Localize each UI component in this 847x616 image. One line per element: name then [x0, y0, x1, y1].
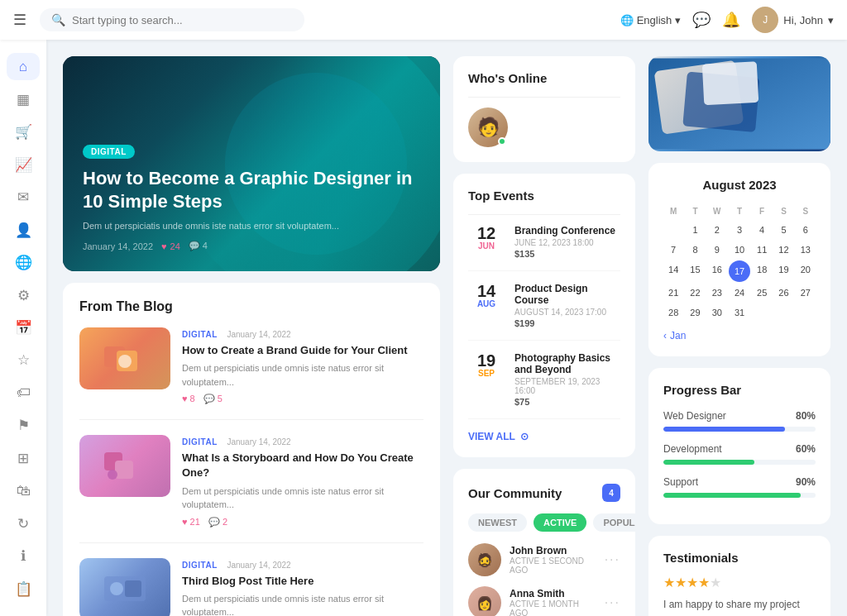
sidebar-item-tag[interactable]: 🏷: [7, 380, 40, 407]
sidebar-item-home[interactable]: ⌂: [7, 53, 40, 80]
cal-day[interactable]: 26: [773, 284, 793, 302]
sidebar-item-settings[interactable]: ⚙: [7, 281, 40, 308]
progress-item-support: Support 90%: [663, 476, 816, 498]
sidebar-item-cart[interactable]: 🛒: [7, 118, 40, 146]
sidebar-item-user[interactable]: 👤: [7, 216, 40, 243]
online-user: 🧑: [468, 107, 620, 147]
progress-label: Development: [663, 443, 722, 455]
cal-day[interactable]: 6: [796, 221, 816, 239]
community-member: 🧔 John Brown ACTIVE 1 SECOND AGO ···: [468, 543, 620, 576]
cal-day[interactable]: 1: [685, 221, 705, 239]
sidebar-item-flag[interactable]: ⚑: [7, 412, 40, 439]
sidebar-item-grid[interactable]: ⊞: [7, 445, 40, 472]
event-name[interactable]: Branding Conference: [514, 225, 620, 236]
blog-title-1[interactable]: How to Create a Brand Guide for Your Cli…: [182, 343, 424, 358]
svg-rect-4: [115, 461, 133, 479]
member-options-button[interactable]: ···: [605, 595, 620, 610]
cal-day[interactable]: 27: [796, 284, 816, 302]
blog-info-2: DIGITAL January 14, 2022 What Is a Story…: [182, 435, 424, 527]
cal-day[interactable]: 16: [707, 260, 727, 282]
cal-day[interactable]: 4: [752, 221, 772, 239]
top-navigation: ☰ 🔍 🌐 English ▾ 💬 🔔 J Hi, John ▾: [0, 0, 847, 40]
sidebar-item-dashboard[interactable]: ▦: [7, 85, 40, 112]
middle-column: Who's Online 🧑 Top Events 12 JUN: [453, 56, 635, 616]
member-options-button[interactable]: ···: [605, 552, 620, 567]
cal-day[interactable]: 8: [685, 241, 705, 259]
cal-day[interactable]: 24: [729, 284, 750, 302]
search-input[interactable]: [72, 14, 293, 26]
sidebar-item-reload[interactable]: ↻: [7, 510, 40, 537]
cal-day[interactable]: 5: [773, 221, 793, 239]
cal-day[interactable]: 7: [663, 241, 683, 259]
cal-day[interactable]: 30: [707, 303, 727, 322]
cal-day[interactable]: 2: [707, 221, 727, 239]
sidebar-item-chart[interactable]: 📈: [7, 150, 40, 178]
cal-day[interactable]: 20: [796, 260, 816, 282]
cal-day[interactable]: 19: [773, 260, 793, 282]
cal-header-wed: W: [707, 203, 727, 219]
svg-point-7: [110, 582, 123, 595]
progress-bar-fill: [663, 427, 785, 432]
event-name[interactable]: Product Design Course: [514, 283, 620, 306]
cal-day[interactable]: 22: [685, 284, 705, 302]
search-bar[interactable]: 🔍: [40, 8, 304, 31]
cal-day[interactable]: 18: [752, 260, 772, 282]
menu-button[interactable]: ☰: [13, 11, 26, 29]
cal-day[interactable]: 9: [707, 241, 727, 259]
event-month: AUG: [468, 299, 505, 308]
sidebar-item-calendar[interactable]: 📅: [7, 314, 40, 341]
sidebar-item-bag[interactable]: 🛍: [7, 477, 40, 504]
event-info: Branding Conference JUNE 12, 2023 18:00 …: [514, 225, 620, 259]
member-status: ACTIVE 1 SECOND AGO: [510, 556, 596, 575]
cal-day[interactable]: 23: [707, 284, 727, 302]
blog-thumbnail-3: [79, 558, 170, 616]
sidebar-item-book[interactable]: 📋: [7, 575, 40, 603]
hero-content: DIGITAL How to Become a Graphic Designer…: [83, 145, 420, 251]
cal-day[interactable]: 28: [663, 303, 683, 322]
blog-meta-1: ♥ 8 💬 5: [182, 394, 424, 404]
sidebar-item-star[interactable]: ☆: [7, 346, 40, 374]
progress-bar-background: [663, 427, 816, 432]
sidebar-item-globe[interactable]: 🌐: [7, 249, 40, 276]
cal-day[interactable]: 21: [663, 284, 683, 302]
language-selector[interactable]: 🌐 English ▾: [620, 14, 682, 26]
cal-header-tue: T: [685, 203, 705, 219]
svg-point-5: [108, 470, 117, 480]
top-events-title: Top Events: [468, 189, 620, 203]
event-time: JUNE 12, 2023 18:00: [514, 238, 620, 247]
right-column: August 2023 M T W T F S S 1 2 3 4 5 6 7 …: [648, 56, 830, 616]
header-svg: [648, 56, 830, 151]
blog-info-1: DIGITAL January 14, 2022 How to Create a…: [182, 327, 424, 404]
cal-day-today[interactable]: 17: [729, 260, 750, 282]
sidebar-item-info[interactable]: ℹ: [7, 542, 40, 570]
chat-icon[interactable]: 💬: [692, 11, 711, 29]
blog-info-3: DIGITAL January 14, 2022 Third Blog Post…: [182, 558, 424, 616]
cal-day[interactable]: 13: [796, 241, 816, 259]
progress-item-development: Development 60%: [663, 443, 816, 465]
cal-day[interactable]: 25: [752, 284, 772, 302]
event-name[interactable]: Photography Basics and Beyond: [514, 352, 620, 375]
cal-day[interactable]: 15: [685, 260, 705, 282]
sidebar-item-mail[interactable]: ✉: [7, 184, 40, 211]
cal-day[interactable]: 31: [729, 303, 750, 322]
user-menu[interactable]: J Hi, John ▾: [752, 7, 834, 33]
cal-day[interactable]: 14: [663, 260, 683, 282]
cal-day[interactable]: 3: [729, 221, 750, 239]
blog-title-3[interactable]: Third Blog Post Title Here: [182, 574, 424, 589]
calendar-grid: M T W T F S S 1 2 3 4 5 6 7 8 9 10 11: [663, 203, 816, 322]
blog-title-2[interactable]: What Is a Storyboard and How Do You Crea…: [182, 451, 424, 480]
cal-day[interactable]: 29: [685, 303, 705, 322]
calendar-prev-button[interactable]: ‹ Jan: [663, 330, 686, 341]
cal-day[interactable]: 12: [773, 241, 793, 259]
tab-newest[interactable]: NEWEST: [468, 513, 527, 532]
notifications-icon[interactable]: 🔔: [722, 11, 740, 29]
view-all-button[interactable]: VIEW ALL ⊙: [468, 431, 620, 442]
cal-day[interactable]: 10: [729, 241, 750, 259]
tab-popular[interactable]: POPULAR: [593, 513, 635, 532]
cal-day[interactable]: 11: [752, 241, 772, 259]
blog-date: January 14, 2022: [227, 437, 290, 446]
blog-section-title: From The Blog: [79, 299, 424, 314]
member-avatar: 👩: [468, 586, 501, 616]
tab-active[interactable]: ACTIVE: [534, 513, 586, 532]
cal-day: [752, 303, 772, 322]
